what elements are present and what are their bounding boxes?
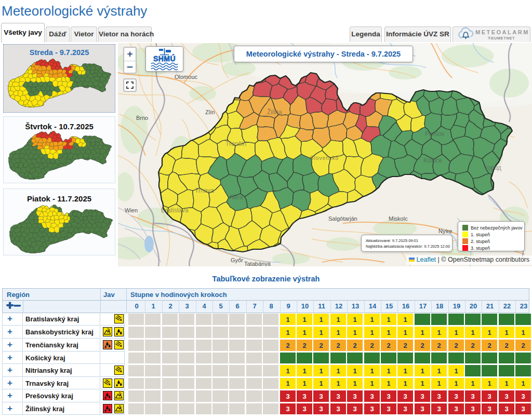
svg-text:Salgótarján: Salgótarján <box>328 215 357 222</box>
svg-text:Žilina: Žilina <box>267 108 282 116</box>
svg-text:Győr: Győr <box>231 257 243 263</box>
svg-text:®EUMETNET: ®EUMETNET <box>488 36 515 40</box>
svg-text:METEOALARM: METEOALARM <box>475 29 529 35</box>
svg-text:Tatabánya: Tatabánya <box>244 261 271 266</box>
svg-text:город: город <box>485 164 501 171</box>
svg-text:Prešov: Prešov <box>425 130 444 138</box>
svg-text:Bratislava: Bratislava <box>161 207 189 214</box>
svg-text:Miskolc: Miskolc <box>389 215 408 222</box>
svg-text:Trnava: Trnava <box>195 187 214 194</box>
svg-text:Slovensko: Slovensko <box>310 155 339 161</box>
svg-text:Zlín: Zlín <box>205 109 215 115</box>
svg-text:Košice: Košice <box>423 157 442 164</box>
svg-text:Olomouc: Olomouc <box>175 74 198 80</box>
svg-text:Trenčín: Trenčín <box>225 140 246 147</box>
svg-text:Brno: Brno <box>136 115 148 121</box>
svg-text:Wien: Wien <box>125 207 138 213</box>
svg-text:Nitra: Nitra <box>230 194 243 201</box>
svg-text:Nyíre: Nyíre <box>438 228 452 234</box>
svg-text:SHMÚ: SHMÚ <box>153 54 176 63</box>
